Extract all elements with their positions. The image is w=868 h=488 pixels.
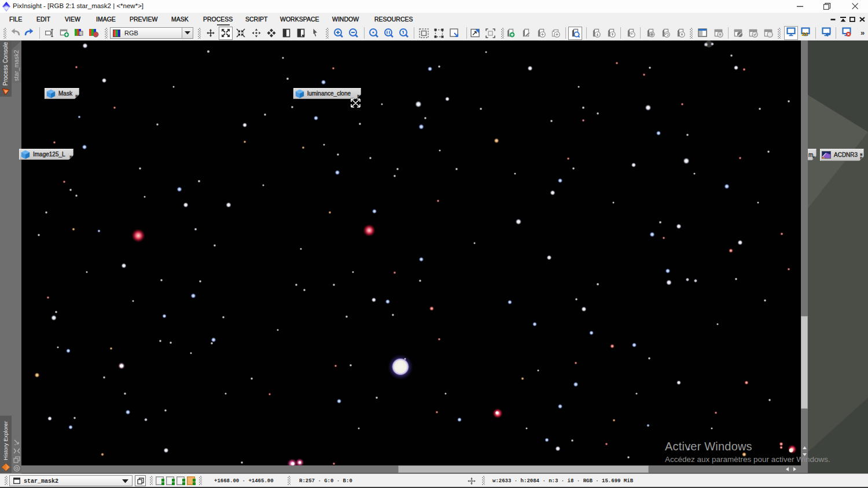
svg-text:24: 24 bbox=[802, 31, 808, 36]
